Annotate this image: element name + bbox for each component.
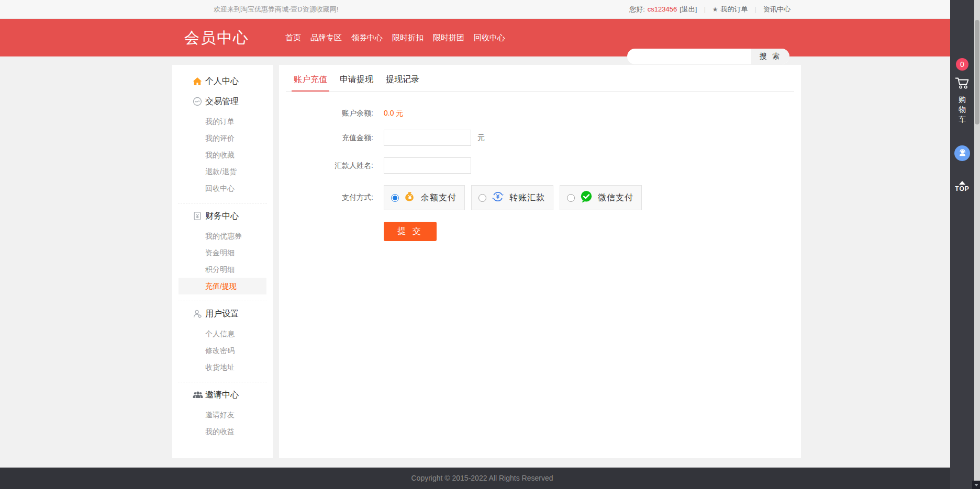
sidebar-item-my-reviews[interactable]: 我的评价 [172,130,273,146]
topbar: 欢迎来到淘宝优惠券商城-壹D资源收藏网! 您好: cs123456 [退出] |… [0,0,980,19]
money-bag-icon [404,190,416,205]
tab-bar: 账户充值 申请提现 提现记录 [286,72,794,92]
up-arrow-icon [959,181,965,185]
top-label: TOP [955,185,969,192]
sidebar-item-refund-return[interactable]: 退款/退货 [172,163,273,180]
remitter-row: 汇款人姓名: [286,157,794,174]
cart-icon[interactable] [954,76,970,92]
customer-service-button[interactable] [954,145,970,161]
sidebar-item-recycle-center[interactable]: 回收中心 [172,180,273,197]
cart-count-badge: 0 [956,58,968,71]
tab-withdraw-records[interactable]: 提现记录 [384,72,421,92]
divider [178,301,267,301]
my-orders-link[interactable]: ★ 我的订单 [712,5,748,14]
submit-button[interactable]: 提 交 [384,222,437,241]
transaction-icon [193,97,205,106]
tab-account-recharge[interactable]: 账户充值 [292,72,329,92]
sidebar-list-invite: 邀请好友 我的收益 [172,406,273,440]
scroll-down-button[interactable] [972,481,980,489]
recharge-form: 账户余额: 0.0 元 充值金额: 元 汇款人姓名: 支付方式: [286,109,794,241]
radio-wechat-pay[interactable] [567,194,575,202]
payment-method-row: 支付方式: 余额支付 转账汇款 [286,185,794,210]
nav-item-group-buy[interactable]: 限时拼团 [433,33,464,43]
search-input[interactable] [627,49,751,64]
sidebar-item-my-earnings[interactable]: 我的收益 [172,423,273,440]
balance-row: 账户余额: 0.0 元 [286,109,794,118]
tab-apply-withdraw[interactable]: 申请提现 [338,72,375,92]
welcome-text: 欢迎来到淘宝优惠券商城-壹D资源收藏网! [214,0,338,18]
sidebar-item-invite-friends[interactable]: 邀请好友 [172,406,273,423]
payment-option-wechat[interactable]: 微信支付 [560,185,642,210]
sidebar-item-shipping-address[interactable]: 收货地址 [172,359,273,376]
wechat-icon [580,190,593,206]
search-button[interactable]: 搜 索 [751,49,789,64]
back-to-top-button[interactable]: TOP [955,181,969,192]
footer: Copyright © 2015-2022 All Rights Reserve… [0,468,980,489]
user-settings-icon [193,309,205,319]
sidebar-item-fund-details[interactable]: 资金明细 [172,244,273,261]
section-title: 用户设置 [205,309,239,320]
copyright-text: Copyright © 2015-2022 All Rights Reserve… [0,468,980,489]
topbar-right: 您好: cs123456 [退出] | ★ 我的订单 | 资讯中心 [629,0,790,18]
sidebar-item-recharge-withdraw[interactable]: 充值/提现 [179,278,266,294]
sidebar-section-personal-center[interactable]: 个人中心 [172,73,273,89]
nav-item-brand-zone[interactable]: 品牌专区 [310,33,342,43]
radio-balance-pay[interactable] [391,194,399,202]
main-nav: 首页 品牌专区 领券中心 限时折扣 限时拼团 回收中心 [285,19,505,56]
sidebar-list-settings: 个人信息 修改密码 收货地址 [172,325,273,376]
bank-transfer-icon [491,190,505,206]
sidebar-item-my-favorites[interactable]: 我的收藏 [172,146,273,163]
sidebar-item-points-details[interactable]: 积分明细 [172,261,273,278]
site-logo[interactable]: 会员中心 [184,19,249,56]
radio-bank-transfer[interactable] [478,194,486,202]
amount-unit: 元 [477,133,485,143]
balance-label: 账户余额: [286,109,373,118]
nav-item-flash-discount[interactable]: 限时折扣 [392,33,424,43]
sidebar-item-personal-info[interactable]: 个人信息 [172,325,273,342]
nav-item-coupon-center[interactable]: 领券中心 [351,33,383,43]
sidebar-item-my-orders[interactable]: 我的订单 [172,113,273,130]
section-title: 个人中心 [205,76,239,87]
scrollbar-track[interactable] [974,0,980,489]
logout-link[interactable]: [退出] [680,5,697,14]
home-icon [193,77,205,86]
sidebar-item-change-password[interactable]: 修改密码 [172,342,273,359]
star-icon: ★ [712,6,718,13]
sidebar-section-finance-center[interactable]: 财务中心 [172,208,273,224]
remitter-label: 汇款人姓名: [286,161,373,170]
remitter-name-input[interactable] [384,157,471,174]
greeting: 您好: cs123456 [退出] [629,5,697,14]
payment-option-balance[interactable]: 余额支付 [384,185,465,210]
divider [178,203,267,203]
sidebar-list-finance: 我的优惠券 资金明细 积分明细 充值/提现 [172,228,273,294]
divider: | [755,5,756,13]
sidebar-list-trade: 我的订单 我的评价 我的收藏 退款/退货 回收中心 [172,113,273,197]
amount-label: 充值金额: [286,133,373,143]
scrollbar-thumb[interactable] [975,20,979,124]
sidebar-section-trade-management[interactable]: 交易管理 [172,94,273,109]
amount-row: 充值金额: 元 [286,130,794,146]
floating-sidebar: 0 购物车 TOP [950,0,974,489]
invite-icon [193,391,205,399]
finance-icon [193,211,205,221]
cart-label[interactable]: 购物车 [958,95,966,124]
amount-input[interactable] [384,130,471,146]
sidebar: 个人中心 交易管理 我的订单 我的评价 我的收藏 退款/退货 回收中心 财务中心… [172,65,273,458]
headset-person-icon [958,148,967,159]
sidebar-section-invite-center[interactable]: 邀请中心 [172,387,273,403]
my-orders-label: 我的订单 [721,5,748,14]
site-header: 会员中心 首页 品牌专区 领券中心 限时折扣 限时拼团 回收中心 搜 索 [0,19,980,56]
news-center-link[interactable]: 资讯中心 [763,5,790,14]
submit-row: 提 交 [286,222,794,241]
nav-item-recycle-center[interactable]: 回收中心 [474,33,505,43]
search-bar: 搜 索 [627,49,789,64]
payment-option-label: 转账汇款 [509,192,545,203]
payment-option-bank-transfer[interactable]: 转账汇款 [471,185,553,210]
divider: | [704,5,705,13]
nav-item-home[interactable]: 首页 [285,33,301,43]
balance-value: 0.0 元 [384,109,403,118]
sidebar-item-my-coupons[interactable]: 我的优惠券 [172,228,273,244]
sidebar-section-user-settings[interactable]: 用户设置 [172,306,273,322]
username-link[interactable]: cs123456 [648,5,677,13]
down-arrow-icon [974,484,978,486]
